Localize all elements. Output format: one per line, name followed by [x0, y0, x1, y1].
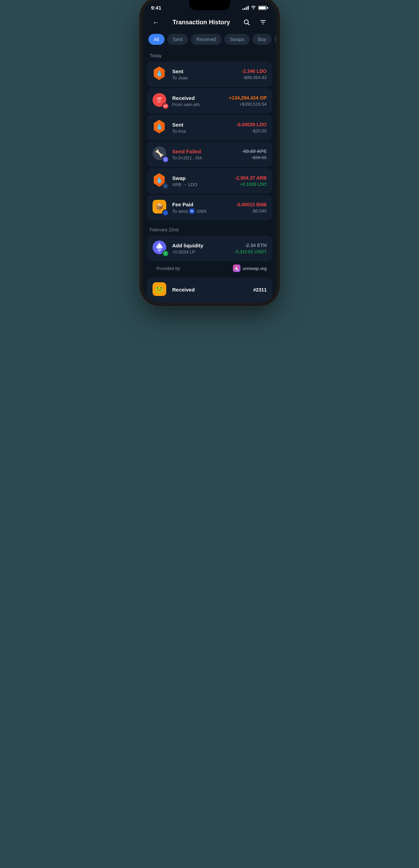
swap-to: LDO: [188, 182, 197, 187]
tx-amount-sub: -$99,364.83: [241, 75, 266, 80]
filter-icon: [260, 19, 266, 26]
swap-from: ARB: [172, 182, 182, 187]
tx-subtitle: ARB → LDO: [172, 182, 231, 187]
header: ← Transaction History: [143, 13, 276, 34]
tx-amount-main: #2311: [253, 287, 267, 293]
tx-title: Send Failed: [172, 148, 238, 154]
tx-amounts: -0.00039 LDO -$20.00: [236, 122, 267, 133]
gmx-badge-icon: [162, 209, 169, 216]
section-label-today: Today: [143, 50, 276, 62]
tx-subtitle: From sam.eth: [172, 102, 225, 107]
tx-amount-sub: -$96.55: [242, 155, 267, 160]
tab-sent[interactable]: Sent: [167, 34, 188, 45]
nft-token-icon: 🐸: [153, 282, 166, 296]
usdt-badge-icon: T: [162, 250, 169, 257]
tx-info: Fee Paid To send GMX: [172, 202, 232, 214]
swap-arrow-icon: →: [183, 182, 187, 187]
wifi-icon: [251, 5, 256, 10]
tx-title: Received: [172, 95, 225, 101]
tab-swaps[interactable]: Swaps: [224, 34, 250, 45]
tx-subtitle: To 0×2f21...f34: [172, 155, 238, 160]
tx-icon-wrap: 💧 A: [153, 173, 168, 189]
tx-title: Received: [172, 287, 249, 293]
ldo-token-icon: 💧: [153, 120, 166, 133]
transaction-list-today: 💧 Sent To Joao -2.346 LDO -$99,364.83 OP: [143, 62, 276, 220]
provider-info[interactable]: 🦄 uniswap.org: [233, 264, 266, 272]
tx-icon-wrap: 💧: [153, 120, 168, 135]
arb-badge-icon: A: [162, 183, 169, 190]
tx-title: Sent: [172, 122, 232, 128]
tx-icon-wrap: 💧: [153, 66, 168, 82]
back-arrow-icon: ←: [153, 18, 159, 26]
tx-subtitle: +0.0034 LP: [172, 249, 231, 255]
filter-button[interactable]: [257, 16, 269, 28]
tx-info: Sent To Joao: [172, 68, 238, 80]
back-button[interactable]: ←: [150, 16, 162, 28]
gmx-badge-svg: [163, 211, 168, 215]
svg-marker-3: [191, 210, 194, 213]
signal-icon: [243, 6, 249, 10]
tx-amounts: -69.69 APE -$96.55: [242, 148, 267, 160]
provider-name: uniswap.org: [243, 266, 266, 271]
tx-amount-main: -0.00015 BNB: [236, 202, 267, 207]
tab-sell[interactable]: Se: [274, 34, 276, 45]
tx-icon-wrap: 🐸: [153, 282, 168, 298]
transaction-item[interactable]: 💧 A Swap ARB → LDO -2,504.37 ARB +0.1028…: [147, 168, 272, 194]
tx-amounts: #2311: [253, 287, 267, 294]
tx-amount-main: +134,294.424 OP: [229, 95, 266, 101]
tx-amounts: -0.00015 BNB -$0.045: [236, 202, 267, 213]
section-label-feb: February 22nd: [143, 224, 276, 236]
tx-amounts: -2.34 ETH -5,310.61 USDT: [235, 243, 267, 254]
search-icon: [243, 19, 250, 26]
transaction-item[interactable]: 💧 Sent To Joao -2.346 LDO -$99,364.83: [147, 62, 272, 87]
phone-frame: 9:41: [143, 0, 276, 303]
tx-icon-wrap: T: [153, 241, 168, 256]
tx-amount-main: -2.34 ETH: [235, 243, 267, 248]
tx-amount-sub: -5,310.61 USDT: [235, 249, 267, 254]
gmx-label: GMX: [197, 209, 207, 214]
tab-received[interactable]: Received: [191, 34, 222, 45]
filter-tabs: All Sent Received Swaps Buy Se: [143, 34, 276, 50]
tx-amount-main: -69.69 APE: [242, 148, 267, 154]
transaction-item[interactable]: OP OP OP Received From sam.eth +134,294.…: [147, 88, 272, 114]
tx-info: Swap ARB → LDO: [172, 175, 231, 187]
eth-diamond-icon: [156, 243, 163, 252]
tab-buy[interactable]: Buy: [252, 34, 272, 45]
tx-info: Sent To Ana: [172, 122, 232, 134]
ldo-token-icon: 💧: [153, 66, 166, 80]
tx-amount-sub: -$0.045: [236, 208, 267, 213]
tx-title: Fee Paid: [172, 202, 232, 207]
uniswap-icon: 🦄: [233, 264, 240, 272]
tx-title: Add liquidity: [172, 243, 231, 248]
status-icons: [243, 5, 268, 10]
tx-subtitle: To Ana: [172, 129, 232, 134]
transaction-item[interactable]: T Add liquidity +0.0034 LP -2.34 ETH -5,…: [147, 236, 272, 261]
tx-amount-sub: -$20.00: [236, 128, 267, 133]
transaction-item[interactable]: 📦 Fee Paid To send: [147, 195, 272, 220]
tx-info: Received From sam.eth: [172, 95, 225, 107]
phone-screen: 9:41: [143, 0, 276, 303]
tx-info: Received: [172, 287, 249, 294]
transaction-item[interactable]: 💧 Sent To Ana -0.00039 LDO -$20.00: [147, 115, 272, 140]
battery-icon: [258, 6, 268, 10]
tx-amount-main: -2.346 LDO: [241, 68, 266, 74]
tx-info: Send Failed To 0×2f21...f34: [172, 148, 238, 160]
tx-icon-wrap: OP OP OP: [153, 93, 168, 109]
tx-subtitle: To Joao: [172, 75, 238, 80]
tx-icon-wrap: 📦: [153, 200, 168, 216]
tx-amount-sub: +0.1028 LDO: [235, 182, 267, 187]
tab-all[interactable]: All: [148, 34, 165, 45]
search-button[interactable]: [240, 16, 253, 28]
eth-badge-icon: Ξ: [162, 156, 169, 163]
tx-icon-wrap: 🦴 Ξ: [153, 146, 168, 162]
tx-amounts: -2.346 LDO -$99,364.83: [241, 68, 266, 80]
page-title: Transaction History: [172, 19, 230, 26]
tx-amount-main: -0.00039 LDO: [236, 122, 267, 127]
op-badge-icon: OP: [162, 103, 169, 109]
tx-amount-sub: +$390,519.54: [229, 102, 266, 107]
tx-item-row: T Add liquidity +0.0034 LP -2.34 ETH -5,…: [153, 241, 267, 256]
tx-subtitle: To send GMX: [172, 208, 232, 214]
transaction-item[interactable]: 🐸 Received #2311: [147, 277, 272, 303]
provided-by-label: Provided by: [157, 266, 180, 271]
transaction-item[interactable]: 🦴 Ξ Send Failed To 0×2f21...f34 -69.69 A…: [147, 142, 272, 167]
